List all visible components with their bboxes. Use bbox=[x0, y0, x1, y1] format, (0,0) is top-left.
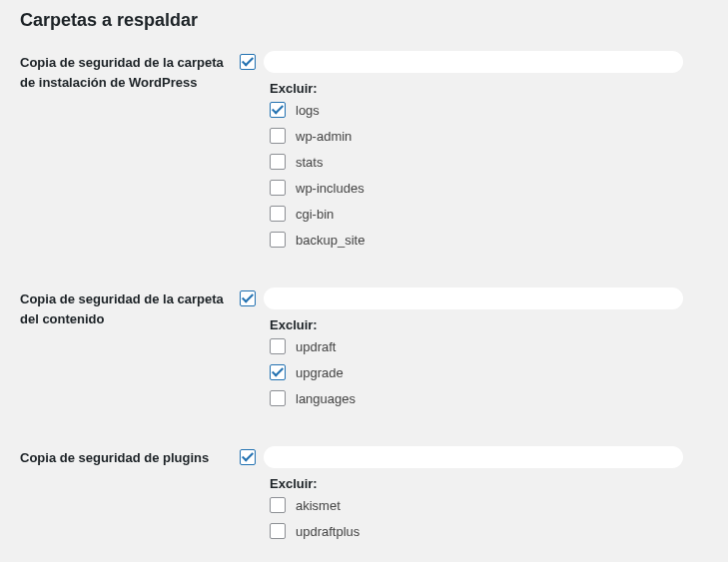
exclude-wp-includes-checkbox[interactable] bbox=[270, 180, 286, 196]
section-label: Copia de seguridad de plugins bbox=[20, 446, 240, 468]
exclude-item-label: wp-includes bbox=[296, 181, 364, 196]
exclude-item-updraft: updraft bbox=[270, 338, 708, 354]
exclude-upgrade-checkbox[interactable] bbox=[270, 364, 286, 380]
exclude-item-upgrade: upgrade bbox=[270, 364, 708, 380]
exclude-item-label: languages bbox=[296, 391, 356, 406]
redacted-path bbox=[264, 51, 683, 73]
exclude-item-label: stats bbox=[296, 155, 323, 170]
exclude-item-languages: languages bbox=[270, 390, 708, 406]
main-toggle-row bbox=[240, 287, 708, 309]
exclude-item-backup-site: backup_site bbox=[270, 232, 708, 248]
exclude-item-stats: stats bbox=[270, 154, 708, 170]
settings-panel: Carpetas a respaldar Copia de seguridad … bbox=[0, 0, 728, 562]
section-content: Excluir: akismet updraftplus bbox=[240, 446, 708, 549]
exclude-languages-checkbox[interactable] bbox=[270, 390, 286, 406]
section-content-folder: Copia de seguridad de la carpeta del con… bbox=[20, 287, 708, 416]
exclude-stats-checkbox[interactable] bbox=[270, 154, 286, 170]
backup-content-checkbox[interactable] bbox=[240, 290, 256, 306]
exclude-item-updraftplus: updraftplus bbox=[270, 523, 708, 539]
section-wordpress-install: Copia de seguridad de la carpeta de inst… bbox=[20, 51, 708, 258]
exclude-block: Excluir: logs wp-admin stats wp-includes bbox=[240, 81, 708, 248]
exclude-item-label: cgi-bin bbox=[296, 207, 334, 222]
backup-wordpress-checkbox[interactable] bbox=[240, 54, 256, 70]
exclude-item-label: logs bbox=[296, 103, 320, 118]
exclude-item-logs: logs bbox=[270, 102, 708, 118]
section-plugins: Copia de seguridad de plugins Excluir: a… bbox=[20, 446, 708, 549]
exclude-item-wp-includes: wp-includes bbox=[270, 180, 708, 196]
backup-plugins-checkbox[interactable] bbox=[240, 449, 256, 465]
exclude-block: Excluir: akismet updraftplus bbox=[240, 476, 708, 539]
section-content: Excluir: updraft upgrade languages bbox=[240, 287, 708, 416]
exclude-label: Excluir: bbox=[270, 317, 708, 332]
exclude-item-label: backup_site bbox=[296, 233, 364, 248]
exclude-item-label: upgrade bbox=[296, 365, 344, 380]
exclude-logs-checkbox[interactable] bbox=[270, 102, 286, 118]
redacted-path bbox=[264, 287, 683, 309]
exclude-item-wp-admin: wp-admin bbox=[270, 128, 708, 144]
exclude-item-akismet: akismet bbox=[270, 497, 708, 513]
main-toggle-row bbox=[240, 446, 708, 468]
page-title: Carpetas a respaldar bbox=[20, 10, 708, 31]
main-toggle-row bbox=[240, 51, 708, 73]
exclude-block: Excluir: updraft upgrade languages bbox=[240, 317, 708, 406]
exclude-item-label: akismet bbox=[296, 498, 341, 513]
exclude-updraftplus-checkbox[interactable] bbox=[270, 523, 286, 539]
exclude-item-cgi-bin: cgi-bin bbox=[270, 206, 708, 222]
exclude-updraft-checkbox[interactable] bbox=[270, 338, 286, 354]
exclude-item-label: updraft bbox=[296, 339, 336, 354]
exclude-label: Excluir: bbox=[270, 81, 708, 96]
redacted-path bbox=[264, 446, 683, 468]
exclude-backup-site-checkbox[interactable] bbox=[270, 232, 286, 248]
exclude-akismet-checkbox[interactable] bbox=[270, 497, 286, 513]
exclude-item-label: updraftplus bbox=[296, 524, 360, 539]
exclude-item-label: wp-admin bbox=[296, 129, 352, 144]
exclude-label: Excluir: bbox=[270, 476, 708, 491]
exclude-wp-admin-checkbox[interactable] bbox=[270, 128, 286, 144]
exclude-cgi-bin-checkbox[interactable] bbox=[270, 206, 286, 222]
section-content: Excluir: logs wp-admin stats wp-includes bbox=[240, 51, 708, 258]
section-label: Copia de seguridad de la carpeta de inst… bbox=[20, 51, 240, 92]
section-label: Copia de seguridad de la carpeta del con… bbox=[20, 287, 240, 328]
